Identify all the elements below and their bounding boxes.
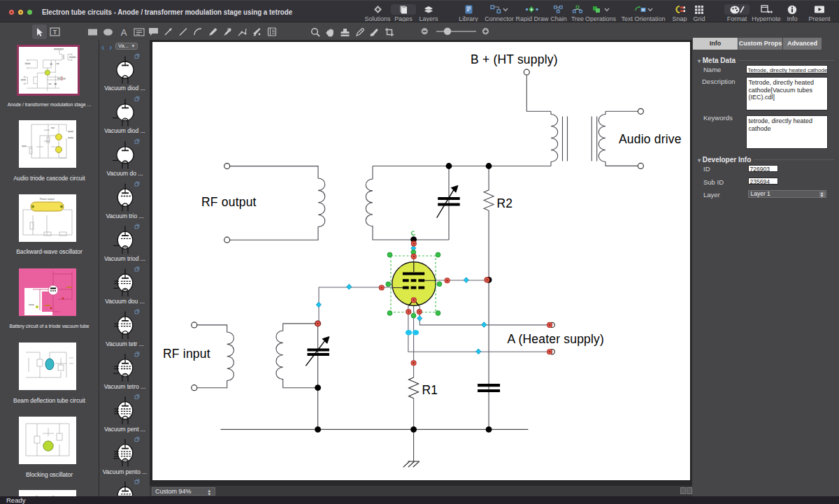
svg-text:RF output: RF output bbox=[201, 195, 257, 209]
svg-text:T: T bbox=[53, 29, 57, 36]
svg-text:Audio drive: Audio drive bbox=[619, 132, 682, 146]
svg-text:B + (HT supply): B + (HT supply) bbox=[471, 52, 558, 66]
svg-text:R2: R2 bbox=[497, 196, 513, 210]
svg-text:RF input: RF input bbox=[163, 347, 210, 361]
svg-text:A (Heater supply): A (Heater supply) bbox=[508, 332, 605, 346]
svg-text:A: A bbox=[120, 27, 127, 36]
svg-text:Power output: Power output bbox=[40, 198, 55, 201]
svg-text:R1: R1 bbox=[422, 383, 438, 397]
